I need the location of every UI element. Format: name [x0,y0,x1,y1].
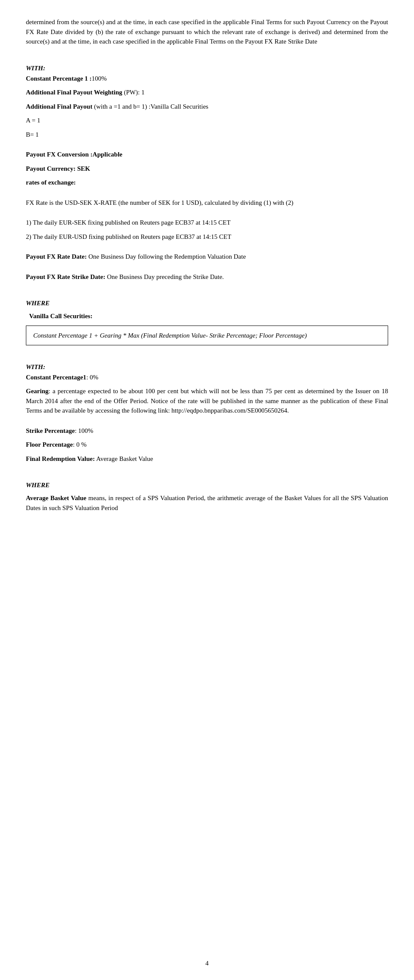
with-heading-1: WITH: [26,65,388,72]
additional-weighting-line: Additional Final Payout Weighting (PW): … [26,88,388,97]
constant-percentage1-label: Constant Percentage1 [26,374,86,381]
additional-weighting-label: Additional Final Payout Weighting [26,89,122,96]
gearing-label: Gearing [26,388,49,395]
floor-percentage-line: Floor Percentage: 0 % [26,440,388,450]
average-basket-line: Average Basket Value means, in respect o… [26,493,388,513]
additional-weighting-value: (PW): 1 [124,89,144,96]
payout-fx-rate-strike-date-value: One Business Day preceding the Strike Da… [107,273,224,280]
fx-rate-text: FX Rate is the USD-SEK X-RATE (the numbe… [26,198,388,208]
constant-percentage-line: Constant Percentage 1 :100% [26,74,388,84]
with-heading-2: WITH: [26,363,388,371]
gearing-text: : a percentage expected to be about 100 … [26,388,388,414]
intro-paragraph: determined from the source(s) and at the… [26,17,388,47]
final-redemption-label: Final Redemption Value: [26,455,95,462]
page-number: 4 [0,960,414,967]
constant-percentage-label: Constant Percentage 1 : [26,75,92,82]
rates-of-exchange-label: rates of exchange: [26,179,76,186]
page-container: determined from the source(s) and at the… [0,0,414,980]
vanilla-call-label-text: Vanilla Call Securities: [29,313,93,319]
strike-percentage-line: Strike Percentage: 100% [26,426,388,436]
payout-fx-rate-date-label: Payout FX Rate Date: [26,253,87,260]
payout-currency-value: SEK [77,165,90,172]
where-heading: WHERE [26,300,388,307]
constant-percentage1-value: : 0% [86,374,98,381]
payout-fx-rate-strike-date-line: Payout FX Rate Strike Date: One Business… [26,272,388,282]
payout-fx-rate-date-line: Payout FX Rate Date: One Business Day fo… [26,252,388,262]
payout-fx-conversion-label: Payout FX Conversion : [26,151,93,158]
formula-text: Constant Percentage 1 + Gearing * Max (F… [33,332,307,339]
strike-percentage-label: Strike Percentage [26,427,75,434]
payout-fx-rate-strike-date-label: Payout FX Rate Strike Date: [26,273,105,280]
vanilla-call-label: Vanilla Call Securities: [26,311,388,321]
eur-sek-text: 1) The daily EUR-SEK fixing published on… [26,218,388,228]
payout-fx-rate-date-value: One Business Day following the Redemptio… [88,253,246,260]
b-value-line: B= 1 [26,130,388,140]
additional-final-payout-line: Additional Final Payout (with a =1 and b… [26,102,388,112]
final-redemption-line: Final Redemption Value: Average Basket V… [26,454,388,464]
payout-fx-conversion-value: Applicable [93,151,122,158]
a-value-line: A = 1 [26,116,388,125]
where-heading-2: WHERE [26,482,388,489]
eur-usd-text: 2) The daily EUR-USD fixing published on… [26,232,388,242]
gearing-line: Gearing: a percentage expected to be abo… [26,386,388,416]
formula-box: Constant Percentage 1 + Gearing * Max (F… [26,326,388,345]
constant-percentage-value: 100% [92,75,107,82]
additional-final-payout-value: (with a =1 and b= 1) :Vanilla Call Secur… [94,103,208,110]
constant-percentage1-line: Constant Percentage1: 0% [26,373,388,382]
rates-of-exchange-line: rates of exchange: [26,178,388,188]
additional-final-payout-label: Additional Final Payout [26,103,92,110]
payout-currency-label: Payout Currency: [26,165,75,172]
floor-percentage-value: : 0 % [73,441,87,448]
payout-currency-line: Payout Currency: SEK [26,164,388,174]
average-basket-label: Average Basket Value [26,495,86,501]
floor-percentage-label: Floor Percentage [26,441,73,448]
strike-percentage-value: : 100% [75,427,93,434]
payout-fx-conversion-line: Payout FX Conversion :Applicable [26,150,388,160]
final-redemption-value: Average Basket Value [96,455,153,462]
